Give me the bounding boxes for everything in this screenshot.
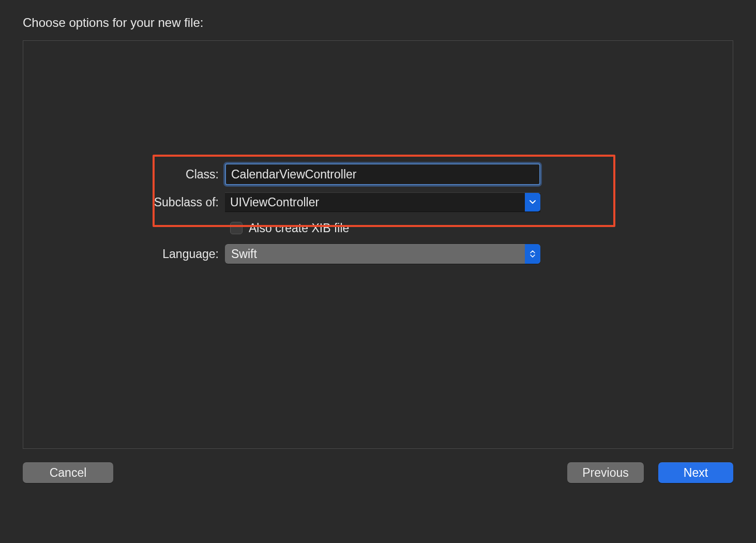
class-name-input[interactable] xyxy=(225,163,540,185)
xib-label: Also create XIB file xyxy=(249,221,349,235)
chevron-down-icon xyxy=(525,193,540,212)
language-value: Swift xyxy=(231,247,257,261)
options-form: Class: Subclass of: UIViewController xyxy=(23,160,733,267)
previous-button[interactable]: Previous xyxy=(567,462,644,483)
new-file-options-sheet: Choose options for your new file: Class:… xyxy=(0,0,756,499)
options-panel: Class: Subclass of: UIViewController xyxy=(23,40,733,449)
subclass-value: UIViewController xyxy=(230,195,319,209)
cancel-button[interactable]: Cancel xyxy=(23,462,113,483)
button-bar: Cancel Previous Next xyxy=(23,462,733,483)
class-label: Class: xyxy=(23,168,225,182)
subclass-combo[interactable]: UIViewController xyxy=(225,192,540,212)
language-row: Language: Swift xyxy=(23,240,733,267)
updown-icon xyxy=(525,244,540,264)
xib-row: Also create XIB file xyxy=(23,216,733,240)
class-row: Class: xyxy=(23,160,733,189)
sheet-heading: Choose options for your new file: xyxy=(23,16,733,30)
subclass-label: Subclass of: xyxy=(23,195,225,209)
language-popup[interactable]: Swift xyxy=(225,244,540,264)
xib-checkbox[interactable] xyxy=(230,222,243,234)
next-button[interactable]: Next xyxy=(658,462,733,483)
subclass-row: Subclass of: UIViewController xyxy=(23,189,733,216)
language-label: Language: xyxy=(23,247,225,261)
